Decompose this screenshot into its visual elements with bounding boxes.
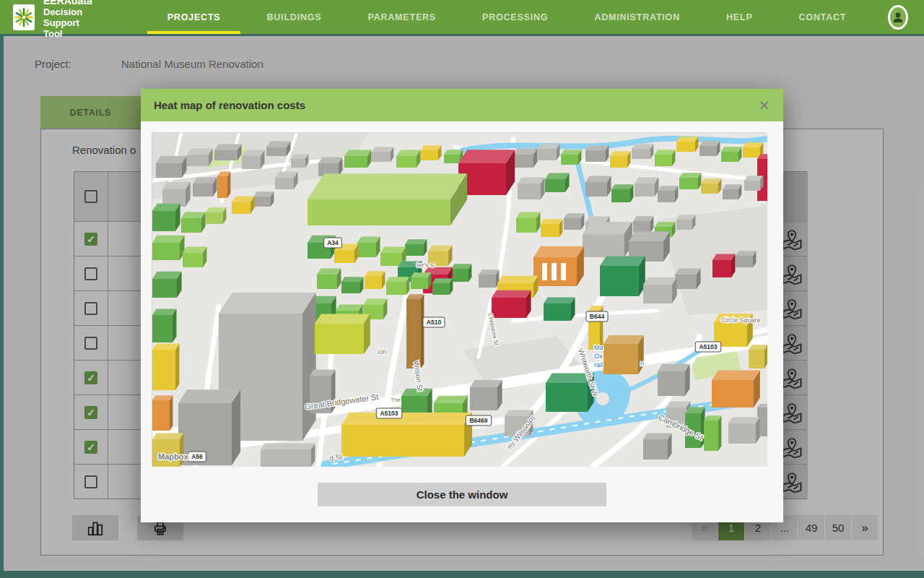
svg-text:rail: rail: [594, 361, 603, 368]
svg-text:Mapbox: Mapbox: [158, 452, 188, 461]
app-screen: EERAdata Decision Support Tool PROJECTSB…: [0, 0, 924, 578]
svg-text:Circle Square: Circle Square: [721, 316, 761, 324]
brand-title: EERAdata Decision Support Tool: [43, 0, 92, 39]
svg-text:ion: ion: [378, 348, 386, 355]
svg-text:n: n: [640, 360, 644, 367]
svg-text:B6469: B6469: [469, 417, 487, 424]
svg-text:The: The: [391, 397, 401, 403]
svg-text:Ox: Ox: [594, 353, 603, 360]
nav-item-administration[interactable]: ADMINISTRATION: [571, 0, 703, 34]
main-navigation: PROJECTSBUILDINGSPARAMETERSPROCESSINGADM…: [144, 0, 870, 34]
svg-text:A510: A510: [427, 319, 442, 326]
svg-text:A34: A34: [327, 239, 339, 246]
svg-text:ter's S: ter's S: [417, 262, 435, 269]
nav-item-help[interactable]: HELP: [703, 0, 776, 34]
brand-line1: EERAdata: [43, 0, 92, 7]
close-window-button[interactable]: Close the window: [318, 483, 606, 506]
svg-text:A5103: A5103: [699, 343, 717, 350]
asterisk-logo-icon: [13, 7, 35, 28]
svg-text:Ma: Ma: [594, 344, 603, 351]
nav-item-parameters[interactable]: PARAMETERS: [344, 0, 459, 34]
heatmap-modal: Heat map of renovation costs ✕ Great Bri…: [141, 89, 783, 522]
modal-header: Heat map of renovation costs ✕: [141, 89, 783, 121]
user-avatar[interactable]: [888, 5, 908, 30]
nav-item-contact[interactable]: CONTACT: [776, 0, 870, 34]
nav-item-buildings[interactable]: BUILDINGS: [243, 0, 344, 34]
app-logo: [13, 4, 35, 30]
close-icon[interactable]: ✕: [758, 98, 770, 113]
nav-item-processing[interactable]: PROCESSING: [459, 0, 571, 34]
svg-text:A5103: A5103: [380, 410, 398, 417]
modal-title: Heat map of renovation costs: [154, 99, 758, 111]
modal-body: Great Bridgewater StWilson StWhitworth S…: [141, 121, 783, 522]
brand-line2: Decision Support Tool: [43, 7, 92, 39]
top-navbar: EERAdata Decision Support Tool PROJECTSB…: [0, 0, 924, 34]
svg-text:B644: B644: [590, 313, 605, 320]
person-icon: [890, 9, 906, 25]
svg-text:A56: A56: [191, 453, 203, 460]
heatmap-canvas[interactable]: Great Bridgewater StWilson StWhitworth S…: [152, 132, 767, 466]
nav-item-projects[interactable]: PROJECTS: [144, 0, 244, 34]
